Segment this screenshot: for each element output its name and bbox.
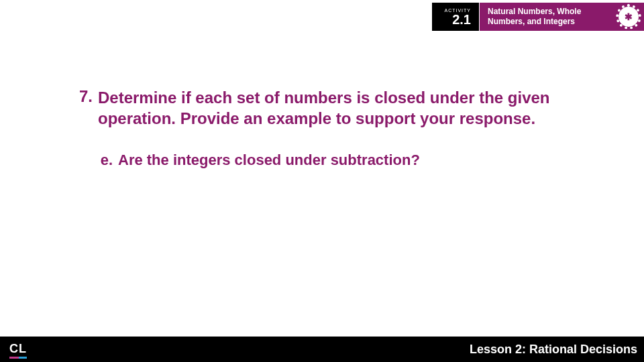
lesson-label: Lesson 2: Rational Decisions	[470, 343, 637, 357]
brand-logo-text: CL	[9, 342, 27, 355]
gear-icon: ✱	[619, 7, 639, 27]
brand-logo-underline	[9, 357, 27, 359]
subquestion-prompt: Are the integers closed under subtractio…	[118, 152, 420, 169]
subquestion-row: e. Are the integers closed under subtrac…	[98, 152, 597, 169]
brand-logo: CL	[9, 342, 27, 357]
activity-badge: ACTIVITY 2.1 Natural Numbers, Whole Numb…	[432, 3, 644, 31]
activity-icon-box: ✱	[613, 3, 644, 31]
activity-number: 2.1	[452, 13, 471, 26]
activity-title: Natural Numbers, Whole Numbers, and Inte…	[479, 3, 613, 31]
subquestion-letter: e.	[98, 152, 118, 169]
activity-number-block: ACTIVITY 2.1	[432, 3, 479, 31]
question-row: 7. Determine if each set of numbers is c…	[78, 87, 597, 129]
question-content: 7. Determine if each set of numbers is c…	[78, 87, 597, 169]
slide: ACTIVITY 2.1 Natural Numbers, Whole Numb…	[0, 0, 644, 362]
question-number: 7.	[78, 87, 98, 129]
question-prompt: Determine if each set of numbers is clos…	[98, 87, 597, 129]
footer-bar: CL Lesson 2: Rational Decisions	[0, 337, 644, 362]
